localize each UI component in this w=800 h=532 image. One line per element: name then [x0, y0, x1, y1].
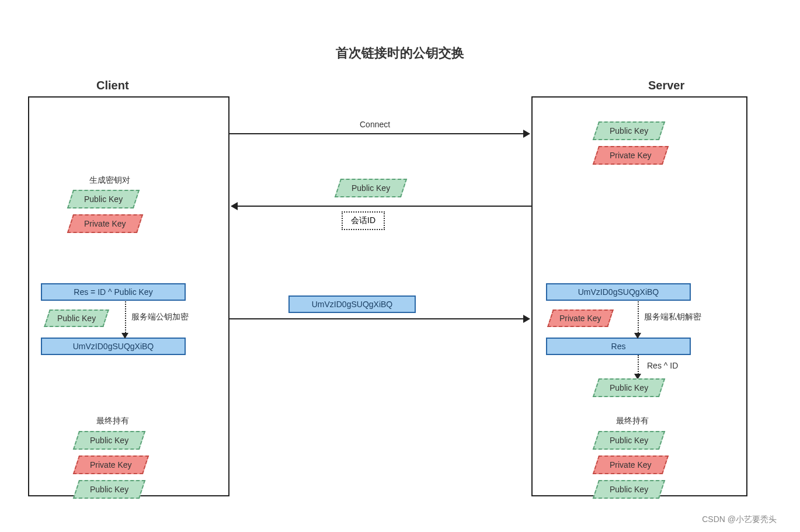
client-encrypt-public-key: Public Key	[44, 310, 109, 327]
connect-label: Connect	[360, 120, 390, 129]
watermark: CSDN @小艺要秃头	[702, 514, 777, 525]
client-private-key-gen: Private Key	[67, 214, 143, 233]
res-xor-id-label: Res ^ ID	[647, 361, 678, 370]
srv-pub-encrypt-label: 服务端公钥加密	[131, 312, 189, 322]
client-encoded-box: UmVzID0gSUQgXiBQ	[41, 338, 186, 355]
client-final-private-key: Private Key	[73, 455, 149, 474]
client-dotted-arrow-line	[125, 301, 126, 335]
server-final-private-key: Private Key	[593, 455, 669, 474]
connect-arrow-head	[523, 130, 530, 138]
send-arrow-line	[229, 318, 524, 319]
gen-keypair-label: 生成密钥对	[89, 175, 130, 186]
client-public-key-gen: Public Key	[67, 190, 140, 208]
diagram-title: 首次链接时的公钥交换	[0, 44, 800, 62]
server-final-public-key-1: Public Key	[593, 431, 666, 450]
connect-arrow-line	[229, 133, 524, 134]
server-encoded-box: UmVzID0gSUQgXiBQ	[546, 283, 691, 301]
client-final-holds-label: 最终持有	[96, 416, 129, 426]
return-arrow-line	[236, 206, 531, 207]
server-private-key-initial: Private Key	[593, 146, 669, 165]
server-derived-public-key: Public Key	[593, 378, 666, 397]
return-arrow-head	[231, 202, 238, 210]
client-final-public-key-2: Public Key	[73, 480, 146, 499]
server-final-public-key-2: Public Key	[593, 480, 666, 499]
server-decrypt-private-key: Private Key	[547, 310, 613, 327]
send-arrow-head	[523, 315, 530, 323]
client-res-formula: Res = ID ^ Public Key	[41, 283, 186, 301]
server-header: Server	[648, 79, 684, 92]
client-final-public-key-1: Public Key	[73, 431, 146, 450]
client-header: Client	[96, 79, 129, 92]
server-dotted-arrow1-line	[638, 301, 639, 335]
mid-encoded-box: UmVzID0gSUQgXiBQ	[288, 295, 416, 313]
srv-priv-decrypt-label: 服务端私钥解密	[644, 312, 701, 322]
mid-public-key: Public Key	[335, 179, 408, 197]
server-public-key-initial: Public Key	[593, 121, 666, 140]
session-id-box: 会话ID	[342, 211, 385, 230]
server-final-holds-label: 最终持有	[616, 416, 649, 426]
server-res-box: Res	[546, 338, 691, 355]
server-dotted-arrow2-line	[638, 355, 639, 376]
server-dotted-arrow1-head	[634, 333, 641, 339]
client-dotted-arrow-head	[121, 333, 128, 339]
